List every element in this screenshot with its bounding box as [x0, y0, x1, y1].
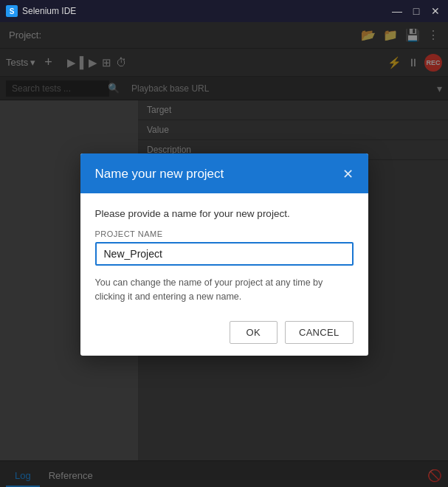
app-content: Project: 📂 📁 💾 ⋮ Tests ▾ + ▶▐ ▶ ⊞ ⏱ ⚡ ⏸ … [0, 22, 448, 487]
ok-button[interactable]: OK [230, 321, 278, 344]
dialog-close-button[interactable]: ✕ [342, 167, 354, 181]
dialog-description: Please provide a name for your new proje… [95, 208, 354, 219]
project-name-input[interactable] [95, 242, 354, 266]
app-title: Selenium IDE [22, 6, 390, 16]
title-bar: S Selenium IDE — □ ✕ [0, 0, 448, 22]
dialog-title: Name your new project [95, 167, 224, 182]
cancel-button[interactable]: CANCEL [285, 321, 354, 344]
project-name-label: PROJECT NAME [95, 229, 354, 238]
app-icon: S [6, 5, 18, 17]
dialog-actions: OK CANCEL [95, 318, 354, 344]
dialog-body: Please provide a name for your new proje… [80, 193, 368, 356]
modal-overlay: Name your new project ✕ Please provide a… [0, 22, 448, 487]
minimize-button[interactable]: — [390, 4, 404, 18]
dialog-hint: You can change the name of your project … [95, 276, 354, 304]
close-button[interactable]: ✕ [429, 4, 442, 18]
maximize-button[interactable]: □ [410, 4, 423, 18]
new-project-dialog: Name your new project ✕ Please provide a… [80, 153, 368, 356]
project-name-field-group: PROJECT NAME [95, 229, 354, 266]
window-controls: — □ ✕ [390, 4, 442, 18]
dialog-header: Name your new project ✕ [80, 153, 368, 193]
